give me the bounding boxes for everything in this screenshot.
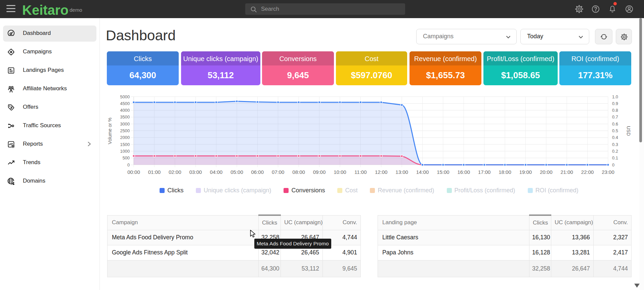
svg-text:22:00: 22:00: [581, 169, 594, 175]
svg-text:1500: 1500: [120, 142, 130, 147]
svg-text:09:00: 09:00: [313, 169, 326, 175]
svg-text:15:00: 15:00: [437, 169, 449, 175]
svg-text:12:00: 12:00: [375, 169, 388, 175]
svg-text:0.1: 0.1: [612, 155, 618, 160]
svg-text:Volume or %: Volume or %: [107, 117, 113, 144]
svg-text:1.0: 1.0: [612, 94, 618, 99]
svg-text:05:00: 05:00: [230, 169, 243, 175]
svg-text:0.4: 0.4: [612, 135, 618, 140]
svg-text:20:00: 20:00: [540, 169, 553, 175]
svg-text:0: 0: [127, 162, 130, 167]
svg-text:23:00: 23:00: [602, 169, 614, 175]
svg-text:0.3: 0.3: [612, 142, 618, 147]
svg-text:16:00: 16:00: [458, 169, 470, 175]
svg-text:11:00: 11:00: [354, 169, 367, 175]
svg-text:4000: 4000: [120, 108, 130, 113]
svg-text:0.5: 0.5: [612, 128, 618, 133]
svg-text:01:00: 01:00: [148, 169, 161, 175]
svg-text:3000: 3000: [120, 122, 130, 127]
svg-text:14:00: 14:00: [416, 169, 429, 175]
svg-text:03:00: 03:00: [189, 169, 202, 175]
svg-text:2000: 2000: [120, 135, 130, 140]
svg-text:0.7: 0.7: [612, 114, 618, 119]
svg-text:06:00: 06:00: [251, 169, 264, 175]
svg-text:0.8: 0.8: [612, 108, 618, 113]
svg-text:17:00: 17:00: [478, 169, 491, 175]
svg-text:19:00: 19:00: [519, 169, 532, 175]
svg-text:07:00: 07:00: [272, 169, 285, 175]
svg-text:500: 500: [123, 155, 130, 160]
svg-text:1000: 1000: [120, 149, 130, 154]
svg-text:0: 0: [612, 162, 614, 167]
svg-text:04:00: 04:00: [210, 169, 223, 175]
svg-text:00:00: 00:00: [127, 169, 140, 175]
svg-text:18:00: 18:00: [499, 169, 511, 175]
svg-text:5000: 5000: [120, 94, 130, 99]
svg-text:10:00: 10:00: [334, 169, 346, 175]
svg-text:08:00: 08:00: [292, 169, 305, 175]
svg-text:3500: 3500: [120, 114, 130, 119]
svg-text:USD: USD: [626, 126, 631, 136]
svg-text:0.6: 0.6: [612, 122, 618, 127]
svg-text:02:00: 02:00: [169, 169, 181, 175]
svg-text:13:00: 13:00: [395, 169, 408, 175]
svg-text:21:00: 21:00: [560, 169, 573, 175]
svg-text:2500: 2500: [120, 128, 130, 133]
svg-text:0.2: 0.2: [612, 149, 618, 154]
svg-text:0.9: 0.9: [612, 101, 618, 106]
svg-text:4500: 4500: [120, 101, 130, 106]
